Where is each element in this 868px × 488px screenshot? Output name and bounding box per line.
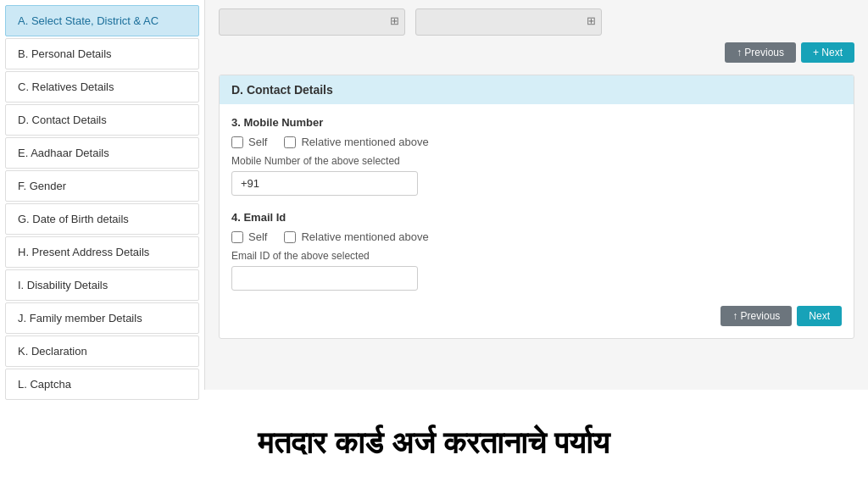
email-self-checkbox[interactable] — [231, 231, 243, 243]
mobile-sub-label: Mobile Number of the above selected — [231, 155, 842, 167]
mobile-number-group: 3. Mobile Number Self Relative mentioned… — [231, 116, 842, 196]
sidebar-item-b[interactable]: B. Personal Details — [5, 38, 199, 69]
sidebar-item-l[interactable]: L. Captcha — [5, 369, 199, 400]
top-previous-button[interactable]: ↑ Previous — [725, 42, 796, 63]
bottom-next-button[interactable]: Next — [797, 306, 842, 326]
contact-section-header: D. Contact Details — [220, 75, 854, 104]
email-id-group: 4. Email Id Self Relative mentioned abov… — [231, 211, 842, 291]
sidebar-item-a[interactable]: A. Select State, District & AC — [5, 5, 199, 36]
mobile-self-label: Self — [248, 136, 267, 148]
sidebar-item-h[interactable]: H. Present Address Details — [5, 236, 199, 268]
top-input-2[interactable] — [415, 8, 602, 36]
main-content: ↑ Previous + Next D. Contact Details 3. … — [205, 0, 868, 390]
sidebar-item-f[interactable]: F. Gender — [5, 170, 199, 202]
email-self-checkbox-label[interactable]: Self — [231, 230, 267, 243]
email-sub-label: Email ID of the above selected — [231, 250, 842, 262]
mobile-number-label: 3. Mobile Number — [231, 116, 842, 129]
mobile-number-input[interactable] — [231, 171, 418, 196]
top-input-row — [219, 8, 854, 36]
top-next-button[interactable]: + Next — [801, 42, 854, 63]
sidebar-item-d[interactable]: D. Contact Details — [5, 104, 199, 136]
sidebar-item-g[interactable]: G. Date of Birth details — [5, 203, 199, 235]
bottom-previous-button[interactable]: ↑ Previous — [721, 306, 792, 326]
mobile-relative-label: Relative mentioned above — [301, 136, 428, 148]
sidebar-item-c[interactable]: C. Relatives Details — [5, 71, 199, 103]
email-self-label: Self — [248, 230, 267, 243]
contact-section-body: 3. Mobile Number Self Relative mentioned… — [220, 104, 854, 338]
footer-marathi-text: मतदार कार्ड अर्ज करतानाचे पर्याय — [0, 390, 868, 488]
mobile-relative-checkbox[interactable] — [284, 136, 296, 148]
sidebar-item-i[interactable]: I. Disability Details — [5, 269, 199, 301]
sidebar: A. Select State, District & ACB. Persona… — [0, 0, 205, 390]
email-id-label: 4. Email Id — [231, 211, 842, 224]
email-checkbox-row: Self Relative mentioned above — [231, 230, 842, 243]
email-input[interactable] — [231, 266, 418, 291]
contact-details-section: D. Contact Details 3. Mobile Number Self… — [219, 75, 854, 339]
sidebar-item-e[interactable]: E. Aadhaar Details — [5, 137, 199, 169]
sidebar-item-k[interactable]: K. Declaration — [5, 336, 199, 367]
mobile-checkbox-row: Self Relative mentioned above — [231, 136, 842, 148]
email-relative-checkbox[interactable] — [284, 231, 296, 243]
email-relative-label: Relative mentioned above — [301, 230, 428, 243]
top-input-1[interactable] — [219, 8, 405, 36]
mobile-relative-checkbox-label[interactable]: Relative mentioned above — [284, 136, 428, 148]
sidebar-item-j[interactable]: J. Family member Details — [5, 302, 199, 334]
email-relative-checkbox-label[interactable]: Relative mentioned above — [284, 230, 428, 243]
bottom-nav: ↑ Previous Next — [231, 306, 842, 326]
mobile-self-checkbox-label[interactable]: Self — [231, 136, 267, 148]
top-nav: ↑ Previous + Next — [219, 42, 854, 63]
mobile-self-checkbox[interactable] — [231, 136, 243, 148]
